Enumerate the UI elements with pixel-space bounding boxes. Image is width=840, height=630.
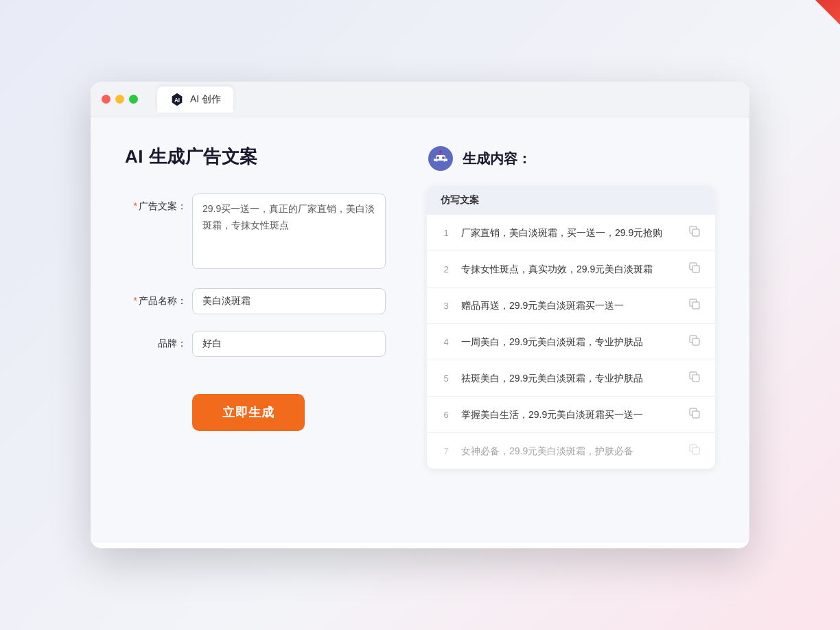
- generate-button[interactable]: 立即生成: [192, 394, 305, 431]
- table-row: 7女神必备，29.9元美白淡斑霜，护肤必备: [427, 433, 715, 469]
- copy-icon[interactable]: [688, 261, 701, 277]
- row-text: 女神必备，29.9元美白淡斑霜，护肤必备: [461, 444, 678, 458]
- main-content: AI 生成广告文案 *广告文案： 29.9买一送一，真正的厂家直销，美白淡斑霜，…: [91, 117, 749, 543]
- table-row: 5祛斑美白，29.9元美白淡斑霜，专业护肤品: [427, 360, 715, 397]
- result-title: 生成内容：: [463, 150, 531, 168]
- table-row: 4一周美白，29.9元美白淡斑霜，专业护肤品: [427, 324, 715, 360]
- svg-rect-9: [445, 159, 447, 161]
- brand-input[interactable]: [192, 331, 386, 357]
- svg-rect-13: [692, 302, 699, 309]
- ad-copy-label: *广告文案：: [125, 194, 187, 213]
- ai-tab-icon: AI: [170, 92, 185, 107]
- row-number: 5: [441, 373, 452, 384]
- svg-rect-15: [692, 375, 699, 382]
- row-text: 祛斑美白，29.9元美白淡斑霜，专业护肤品: [461, 371, 678, 386]
- tab-label: AI 创作: [190, 93, 221, 106]
- row-text: 掌握美白生活，29.9元美白淡斑霜买一送一: [461, 408, 678, 422]
- svg-rect-8: [434, 159, 436, 161]
- row-number: 4: [441, 337, 452, 347]
- row-text: 赠品再送，29.9元美白淡斑霜买一送一: [461, 299, 678, 313]
- result-header: 生成内容：: [427, 145, 715, 172]
- traffic-lights: [102, 95, 138, 104]
- svg-text:AI: AI: [174, 97, 180, 103]
- brand-label: 品牌：: [125, 331, 187, 350]
- robot-icon: [427, 145, 454, 172]
- table-row: 6掌握美白生活，29.9元美白淡斑霜买一送一: [427, 397, 715, 433]
- close-button[interactable]: [102, 95, 110, 104]
- copy-icon[interactable]: [688, 443, 701, 459]
- ad-copy-textarea[interactable]: 29.9买一送一，真正的厂家直销，美白淡斑霜，专抹女性斑点: [192, 194, 386, 269]
- svg-point-7: [439, 150, 442, 153]
- page-title: AI 生成广告文案: [125, 145, 386, 169]
- row-number: 1: [441, 228, 452, 238]
- row-number: 3: [441, 301, 452, 311]
- copy-icon[interactable]: [688, 406, 701, 423]
- result-rows-container: 1厂家直销，美白淡斑霜，买一送一，29.9元抢购 2专抹女性斑点，真实功效，29…: [427, 215, 715, 469]
- left-panel: AI 生成广告文案 *广告文案： 29.9买一送一，真正的厂家直销，美白淡斑霜，…: [125, 145, 386, 515]
- brand-input-wrap: [192, 331, 386, 357]
- right-panel: 生成内容： 仿写文案 1厂家直销，美白淡斑霜，买一送一，29.9元抢购 2专抹女…: [427, 145, 715, 515]
- browser-window: AI AI 创作 AI 生成广告文案 *广告文案： 29.9买一送一，真正的厂家…: [91, 82, 749, 548]
- svg-rect-16: [692, 411, 699, 418]
- product-input[interactable]: [192, 288, 386, 314]
- result-table: 仿写文案 1厂家直销，美白淡斑霜，买一送一，29.9元抢购 2专抹女性斑点，真实…: [427, 186, 715, 469]
- product-name-row: *产品名称：: [125, 288, 386, 314]
- copy-icon[interactable]: [688, 334, 701, 350]
- copy-icon[interactable]: [688, 224, 701, 241]
- maximize-button[interactable]: [129, 95, 138, 104]
- row-text: 厂家直销，美白淡斑霜，买一送一，29.9元抢购: [461, 226, 678, 240]
- ai-tab[interactable]: AI AI 创作: [157, 86, 233, 113]
- svg-rect-12: [692, 266, 699, 272]
- ad-copy-input-wrap: 29.9买一送一，真正的厂家直销，美白淡斑霜，专抹女性斑点: [192, 194, 386, 272]
- copy-icon[interactable]: [688, 297, 701, 314]
- ad-copy-row: *广告文案： 29.9买一送一，真正的厂家直销，美白淡斑霜，专抹女性斑点: [125, 194, 386, 272]
- svg-rect-11: [692, 229, 699, 236]
- row-number: 7: [441, 446, 452, 456]
- row-number: 6: [441, 410, 452, 420]
- product-required-star: *: [134, 295, 137, 306]
- brand-row: 品牌：: [125, 331, 386, 357]
- svg-rect-10: [437, 161, 444, 162]
- result-table-header: 仿写文案: [427, 186, 715, 215]
- minimize-button[interactable]: [115, 95, 124, 104]
- product-input-wrap: [192, 288, 386, 314]
- table-row: 2专抹女性斑点，真实功效，29.9元美白淡斑霜: [427, 251, 715, 288]
- ad-copy-required-star: *: [134, 200, 137, 211]
- copy-icon[interactable]: [688, 370, 701, 386]
- svg-rect-17: [692, 447, 699, 454]
- svg-rect-14: [692, 338, 699, 345]
- row-text: 专抹女性斑点，真实功效，29.9元美白淡斑霜: [461, 262, 678, 277]
- product-label: *产品名称：: [125, 288, 187, 307]
- svg-point-4: [436, 156, 439, 159]
- title-bar: AI AI 创作: [91, 82, 749, 117]
- row-text: 一周美白，29.9元美白淡斑霜，专业护肤品: [461, 335, 678, 349]
- table-row: 1厂家直销，美白淡斑霜，买一送一，29.9元抢购: [427, 215, 715, 251]
- table-row: 3赠品再送，29.9元美白淡斑霜买一送一: [427, 288, 715, 324]
- svg-point-5: [442, 156, 445, 159]
- row-number: 2: [441, 264, 452, 275]
